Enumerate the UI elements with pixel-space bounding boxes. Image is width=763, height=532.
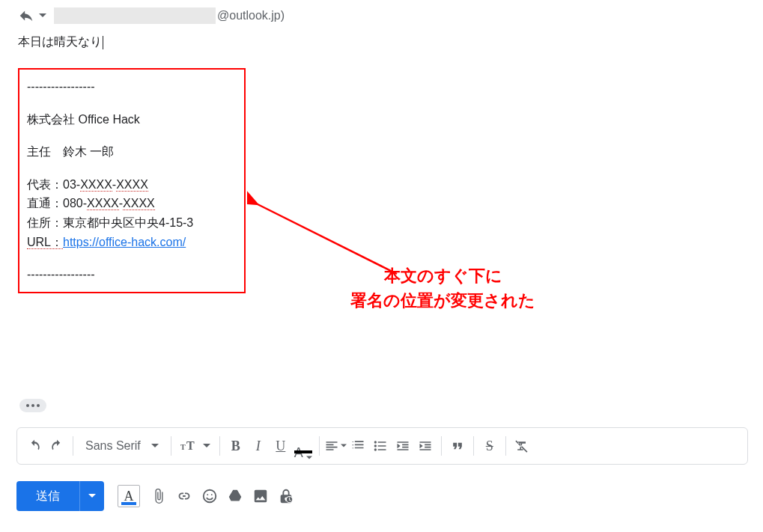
attach-file-button[interactable] [146, 481, 171, 511]
svg-point-3 [37, 404, 40, 407]
svg-point-7 [374, 444, 376, 447]
annotation-text: 本文のすぐ下に 署名の位置が変更された [350, 263, 535, 313]
caret-down-icon [203, 442, 210, 450]
svg-point-1 [26, 404, 29, 407]
recipient-domain: @outlook.jp) [217, 9, 285, 22]
svg-text:T: T [180, 443, 186, 451]
insert-link-button[interactable] [171, 481, 197, 511]
compose-body[interactable]: 本日は晴天なり ----------------- 株式会社 Office Ha… [0, 28, 763, 293]
italic-button[interactable]: I [247, 431, 270, 461]
caret-down-icon [341, 443, 347, 449]
caret-down-icon [306, 455, 312, 461]
signature-tel-main: 代表：03-XXXX-XXXX [27, 175, 235, 195]
svg-point-11 [211, 494, 213, 495]
reply-header: @outlook.jp) [0, 0, 763, 28]
signature-tel-direct: 直通：080-XXXX-XXXX [27, 194, 235, 213]
svg-point-2 [31, 404, 34, 407]
text-color-button[interactable]: A [292, 431, 314, 461]
signature-company: 株式会社 Office Hack [27, 110, 235, 129]
align-button[interactable] [324, 431, 347, 461]
svg-point-8 [374, 448, 376, 450]
recipient-redacted [54, 7, 216, 24]
numbered-list-button[interactable] [347, 431, 369, 461]
send-more-button[interactable] [79, 481, 104, 511]
signature-separator-top: ----------------- [27, 77, 235, 97]
strikethrough-button[interactable]: S [478, 431, 501, 461]
signature-address: 住所：東京都中央区中央4-15-3 [27, 213, 235, 233]
svg-point-6 [374, 441, 376, 443]
svg-point-10 [207, 494, 208, 495]
reply-icon[interactable] [18, 7, 34, 24]
bulleted-list-button[interactable] [369, 431, 392, 461]
undo-button[interactable] [23, 431, 46, 461]
indent-more-button[interactable] [414, 431, 437, 461]
confidential-mode-button[interactable] [273, 481, 299, 511]
redo-button[interactable] [46, 431, 68, 461]
svg-point-9 [204, 490, 216, 503]
send-button[interactable]: 送信 [16, 481, 79, 511]
signature-role-name: 主任 鈴木 一郎 [27, 142, 235, 162]
send-button-group: 送信 [16, 481, 104, 511]
underline-button[interactable]: U [270, 431, 292, 461]
remove-formatting-button[interactable] [511, 431, 533, 461]
signature-block: ----------------- 株式会社 Office Hack 主任 鈴木… [18, 68, 246, 293]
bold-button[interactable]: B [225, 431, 247, 461]
body-text: 本日は晴天なり [18, 35, 102, 48]
font-size-selector[interactable]: T T [176, 438, 215, 453]
formatting-options-button[interactable]: A [118, 485, 140, 507]
indent-less-button[interactable] [392, 431, 414, 461]
reply-type-caret-icon[interactable] [39, 12, 46, 19]
compose-action-row: 送信 A [16, 480, 748, 513]
insert-emoji-button[interactable] [197, 481, 222, 511]
text-cursor [103, 36, 103, 49]
insert-drive-button[interactable] [222, 481, 248, 511]
quote-button[interactable] [446, 431, 469, 461]
signature-url-label: URL： [27, 236, 63, 249]
signature-url-link[interactable]: https://office-hack.com/ [63, 236, 186, 248]
show-trimmed-content-button[interactable] [19, 399, 46, 412]
formatting-toolbar: Sans Serif T T B I U A [16, 427, 748, 465]
signature-separator-bottom: ----------------- [27, 265, 235, 284]
caret-down-icon [151, 442, 159, 450]
insert-photo-button[interactable] [248, 481, 273, 511]
font-family-selector[interactable]: Sans Serif [78, 431, 166, 461]
svg-text:T: T [186, 439, 195, 452]
signature-url: URL：https://office-hack.com/ [27, 233, 235, 252]
